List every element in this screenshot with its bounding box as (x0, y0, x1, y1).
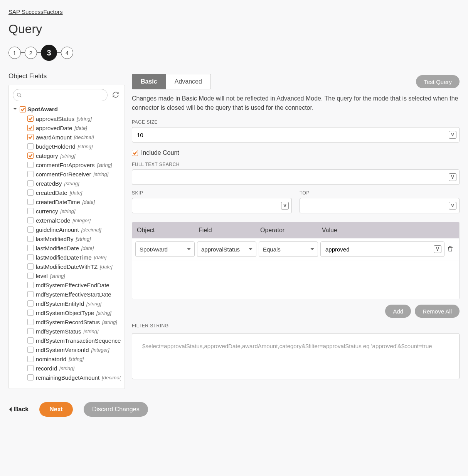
field-item[interactable]: createdBy [string] (27, 179, 121, 188)
field-checkbox[interactable] (27, 134, 34, 140)
field-checkbox[interactable] (27, 273, 34, 279)
field-item[interactable]: commentForApprovers [string] (27, 160, 121, 169)
field-checkbox[interactable] (27, 245, 34, 251)
variable-icon[interactable]: V (281, 202, 289, 210)
step-connector (37, 52, 41, 53)
page-title: Query (8, 22, 460, 36)
field-checkbox[interactable] (27, 236, 34, 242)
skip-input[interactable] (132, 198, 292, 213)
variable-icon[interactable]: V (449, 202, 456, 210)
step-3[interactable]: 3 (41, 45, 57, 61)
field-checkbox[interactable] (27, 217, 34, 223)
field-item[interactable]: level [string] (27, 271, 121, 280)
delete-row-button[interactable] (447, 245, 454, 253)
top-input[interactable] (300, 198, 460, 213)
field-name: lastModifiedBy (36, 236, 74, 242)
field-checkbox[interactable] (27, 226, 34, 233)
discard-button[interactable]: Discard Changes (84, 402, 148, 417)
step-2[interactable]: 2 (25, 47, 37, 59)
field-item[interactable]: mdfSystemRecordStatus [string] (27, 317, 121, 327)
filter-field-select[interactable]: approvalStatus (197, 241, 256, 257)
field-checkbox[interactable] (27, 254, 34, 260)
field-item[interactable]: recordId [string] (27, 364, 121, 373)
field-checkbox[interactable] (27, 162, 34, 168)
field-checkbox[interactable] (27, 189, 34, 196)
back-button[interactable]: Back (8, 406, 29, 413)
field-type: [string] (61, 153, 76, 159)
field-type: [date] (94, 255, 107, 260)
field-checkbox[interactable] (27, 208, 34, 214)
tab-basic[interactable]: Basic (132, 74, 166, 89)
filter-operator-select[interactable]: Equals (259, 241, 318, 257)
field-item[interactable]: mdfSystemEffectiveEndDate (27, 280, 121, 290)
field-item[interactable]: externalCode [integer] (27, 216, 121, 225)
full-text-search-input[interactable] (132, 169, 460, 185)
field-item[interactable]: createdDate [date] (27, 188, 121, 197)
field-item[interactable]: mdfSystemVersionId [integer] (27, 345, 121, 354)
col-object: Object (132, 222, 194, 238)
field-checkbox[interactable] (27, 125, 34, 131)
field-type: [string] (77, 116, 92, 122)
field-checkbox[interactable] (27, 300, 34, 307)
field-item[interactable]: mdfSystemStatus [string] (27, 327, 121, 336)
field-checkbox[interactable] (27, 263, 34, 270)
include-count-checkbox[interactable] (132, 150, 138, 156)
page-size-input[interactable] (132, 127, 460, 142)
field-item[interactable]: createdDateTime [date] (27, 197, 121, 206)
field-item[interactable]: remainingBudgetAmount [decimal] (27, 373, 121, 382)
breadcrumb[interactable]: SAP SuccessFactors (8, 8, 63, 15)
field-checkbox[interactable] (27, 282, 34, 288)
field-checkbox[interactable] (27, 291, 34, 297)
variable-icon[interactable]: V (434, 245, 441, 253)
field-item[interactable]: commentForReceiver [string] (27, 169, 121, 179)
field-checkbox[interactable] (27, 153, 34, 159)
add-button[interactable]: Add (385, 305, 411, 318)
field-item[interactable]: lastModifiedDateWithTZ [date] (27, 262, 121, 271)
field-checkbox[interactable] (27, 365, 34, 371)
filter-value-input[interactable] (320, 241, 444, 257)
field-checkbox[interactable] (27, 310, 34, 316)
variable-icon[interactable]: V (449, 131, 456, 139)
root-checkbox[interactable] (20, 106, 26, 112)
field-checkbox[interactable] (27, 347, 34, 353)
svg-line-1 (20, 96, 21, 97)
field-item[interactable]: mdfSystemObjectType [string] (27, 308, 121, 317)
field-type: [string] (69, 356, 84, 362)
field-checkbox[interactable] (27, 319, 34, 325)
field-item[interactable]: guidelineAmount [decimal] (27, 225, 121, 234)
field-item[interactable]: budgetHolderId [string] (27, 142, 121, 151)
next-button[interactable]: Next (39, 402, 73, 417)
field-checkbox[interactable] (27, 180, 34, 186)
remove-all-button[interactable]: Remove All (415, 305, 460, 318)
field-item[interactable]: mdfSystemTransactionSequence (27, 336, 121, 345)
variable-icon[interactable]: V (449, 173, 456, 181)
field-item[interactable]: category [string] (27, 151, 121, 160)
field-item[interactable]: lastModifiedBy [string] (27, 234, 121, 243)
step-1[interactable]: 1 (8, 47, 21, 59)
fields-search-input[interactable] (13, 89, 108, 101)
field-checkbox[interactable] (27, 328, 34, 334)
field-item[interactable]: approvedDate [date] (27, 123, 121, 132)
field-checkbox[interactable] (27, 116, 34, 122)
field-item[interactable]: nominatorId [string] (27, 354, 121, 364)
field-type: [decimal] (74, 134, 94, 140)
filter-object-select[interactable]: SpotAward (135, 241, 195, 257)
refresh-button[interactable] (111, 90, 121, 101)
field-item[interactable]: awardAmount [decimal] (27, 132, 121, 142)
field-checkbox[interactable] (27, 374, 34, 380)
field-item[interactable]: lastModifiedDate [date] (27, 243, 121, 253)
field-item[interactable]: currency [string] (27, 206, 121, 216)
field-checkbox[interactable] (27, 171, 34, 177)
field-checkbox[interactable] (27, 199, 34, 205)
field-item[interactable]: mdfSystemEntityId [string] (27, 299, 121, 308)
field-item[interactable]: approvalStatus [string] (27, 114, 121, 123)
tree-root[interactable]: SpotAward (13, 106, 121, 112)
field-checkbox[interactable] (27, 337, 34, 344)
field-item[interactable]: lastModifiedDateTime [date] (27, 253, 121, 262)
field-checkbox[interactable] (27, 143, 34, 149)
step-4[interactable]: 4 (61, 47, 73, 59)
test-query-button[interactable]: Test Query (416, 75, 460, 88)
field-item[interactable]: mdfSystemEffectiveStartDate (27, 290, 121, 299)
tab-advanced[interactable]: Advanced (166, 74, 211, 89)
field-checkbox[interactable] (27, 356, 34, 362)
